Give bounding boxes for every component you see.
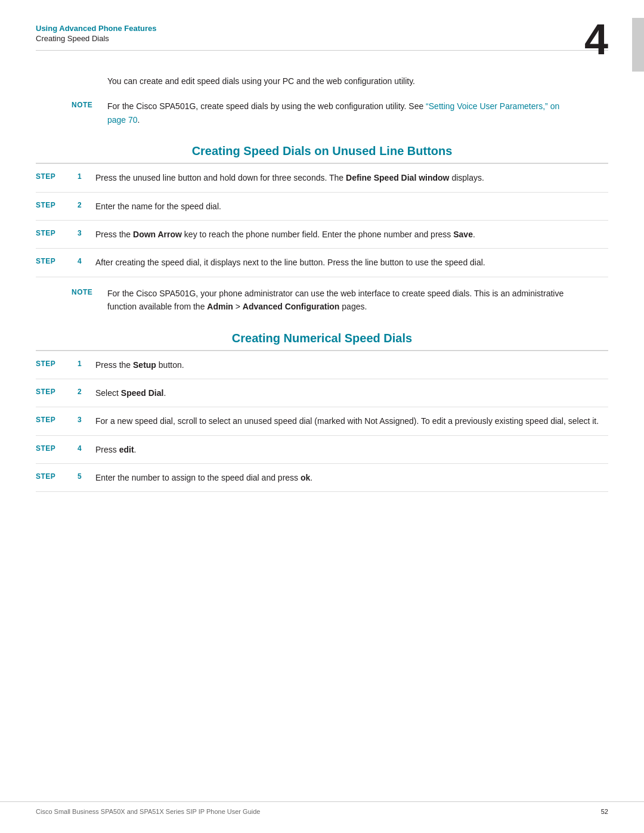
intro-text: You can create and edit speed dials usin… [107, 75, 608, 88]
step-num-2-5: 5 [78, 471, 95, 481]
step-num-2-1: 1 [78, 358, 95, 368]
content: You can create and edit speed dials usin… [0, 51, 644, 492]
table-row: STEP 5 Enter the number to assign to the… [36, 464, 608, 492]
step-label-2-4: STEP [36, 443, 78, 453]
step-num-1-2: 2 [78, 200, 95, 209]
table-row: STEP 1 Press the Setup button. [36, 351, 608, 379]
step-num-2-3: 3 [78, 414, 95, 424]
step-label-1-4: STEP [36, 256, 78, 265]
table-row: STEP 3 For a new speed dial, scroll to s… [36, 407, 608, 435]
table-row: STEP 4 After creating the speed dial, it… [36, 249, 608, 277]
step-num-2-4: 4 [78, 443, 95, 453]
note-text-1: For the Cisco SPA501G, create speed dial… [107, 100, 572, 126]
note-label-2: NOTE [72, 287, 107, 314]
step-text-1-2: Enter the name for the speed dial. [95, 200, 608, 213]
step-text-2-4: Press edit. [95, 443, 608, 456]
chapter-tab [632, 18, 644, 72]
table-row: STEP 2 Enter the name for the speed dial… [36, 193, 608, 221]
note-block-1: NOTE For the Cisco SPA501G, create speed… [72, 100, 608, 126]
step-text-1-3: Press the Down Arrow key to reach the ph… [95, 228, 608, 241]
step-text-1-4: After creating the speed dial, it displa… [95, 256, 608, 269]
step-label-2-5: STEP [36, 471, 78, 481]
section1-heading: Creating Speed Dials on Unused Line Butt… [36, 144, 608, 158]
table-row: STEP 4 Press edit. [36, 436, 608, 464]
footer-page: 52 [601, 808, 608, 815]
step-num-1-1: 1 [78, 171, 95, 181]
note-block-2: NOTE For the Cisco SPA501G, your phone a… [72, 287, 608, 314]
table-row: STEP 1 Press the unused line button and … [36, 163, 608, 192]
step-text-2-5: Enter the number to assign to the speed … [95, 471, 608, 484]
step-text-1-1: Press the unused line button and hold do… [95, 171, 608, 184]
footer-left: Cisco Small Business SPA50X and SPA51X S… [36, 808, 260, 815]
note-label-1: NOTE [72, 100, 107, 126]
step-text-2-1: Press the Setup button. [95, 358, 608, 371]
note-text-before: For the Cisco SPA501G, create speed dial… [107, 101, 426, 111]
section2-heading: Creating Numerical Speed Dials [36, 332, 608, 345]
step-text-2-3: For a new speed dial, scroll to select a… [95, 414, 608, 428]
breadcrumb-sub: Creating Speed Dials [36, 34, 608, 43]
step-label-2-2: STEP [36, 386, 78, 396]
footer: Cisco Small Business SPA50X and SPA51X S… [0, 801, 644, 815]
step-label-1-3: STEP [36, 228, 78, 237]
section1-steps: STEP 1 Press the unused line button and … [36, 163, 608, 277]
table-row: STEP 2 Select Speed Dial. [36, 379, 608, 407]
section2-steps: STEP 1 Press the Setup button. STEP 2 Se… [36, 351, 608, 493]
table-row: STEP 3 Press the Down Arrow key to reach… [36, 221, 608, 249]
note-text-end: . [138, 115, 140, 125]
step-label-1-1: STEP [36, 171, 78, 181]
note-text-2: For the Cisco SPA501G, your phone admini… [107, 287, 572, 314]
step-num-1-4: 4 [78, 256, 95, 265]
header: 4 Using Advanced Phone Features Creating… [0, 0, 644, 43]
step-label-2-3: STEP [36, 414, 78, 424]
step-text-2-2: Select Speed Dial. [95, 386, 608, 400]
step-num-2-2: 2 [78, 386, 95, 396]
breadcrumb-main: Using Advanced Phone Features [36, 24, 608, 33]
step-num-1-3: 3 [78, 228, 95, 237]
step-label-2-1: STEP [36, 358, 78, 368]
chapter-number: 4 [584, 18, 608, 61]
page-container: 4 Using Advanced Phone Features Creating… [0, 0, 644, 833]
step-label-1-2: STEP [36, 200, 78, 209]
